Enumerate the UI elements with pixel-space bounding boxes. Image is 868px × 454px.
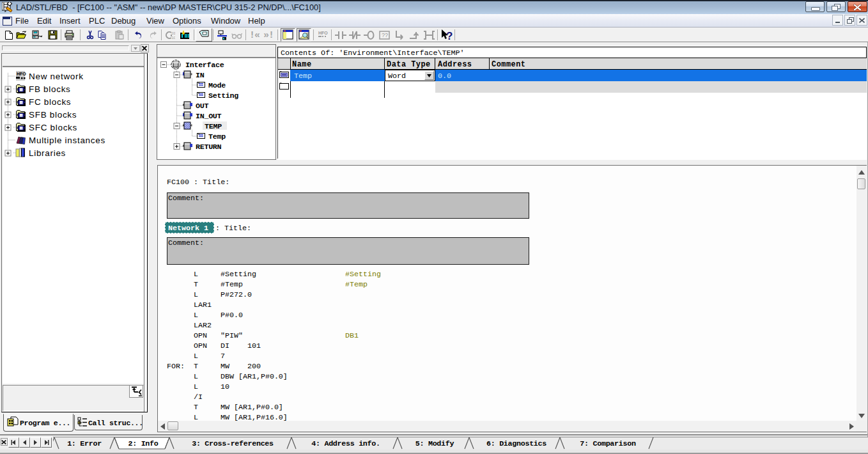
svg-text:??: ?? <box>382 32 388 38</box>
svg-text:01: 01 <box>172 31 176 35</box>
svg-text:?: ? <box>446 30 453 42</box>
svg-text:10: 10 <box>172 36 176 40</box>
svg-text:HFO: HFO <box>318 31 328 35</box>
svg-text:HFO: HFO <box>17 72 26 76</box>
